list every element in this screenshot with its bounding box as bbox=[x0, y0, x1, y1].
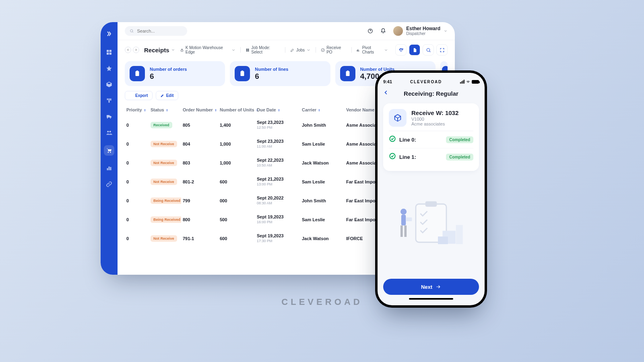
filter-warehouse[interactable]: K Motion Warehouse Edge bbox=[180, 45, 236, 54]
col-due[interactable]: Due Date bbox=[255, 104, 300, 115]
avatar bbox=[393, 26, 403, 36]
nav-shipping-icon[interactable] bbox=[105, 113, 113, 120]
grid-icon bbox=[246, 48, 250, 52]
svg-rect-17 bbox=[136, 71, 139, 76]
svg-rect-14 bbox=[248, 50, 249, 51]
next-button[interactable]: Next bbox=[383, 279, 479, 295]
svg-rect-20 bbox=[242, 71, 244, 72]
signal-icon bbox=[460, 80, 464, 84]
clipboard-icon bbox=[235, 66, 250, 81]
edit-button[interactable]: Edit bbox=[156, 91, 178, 100]
col-carrier[interactable]: Carrier bbox=[300, 104, 345, 115]
box-icon bbox=[389, 109, 407, 127]
svg-rect-33 bbox=[400, 225, 403, 237]
nav-users-icon[interactable] bbox=[105, 129, 113, 136]
svg-point-8 bbox=[130, 30, 133, 32]
receipt-card: Receive W: 1032 V1000 Acme associates Li… bbox=[383, 103, 479, 171]
user-menu[interactable]: Esther Howard Dispatcher bbox=[393, 26, 448, 36]
col-order[interactable]: Order Number bbox=[181, 104, 218, 115]
svg-rect-35 bbox=[406, 217, 412, 221]
toolbar: Receipts K Motion Warehouse Edge Job Mod… bbox=[118, 40, 455, 60]
svg-rect-27 bbox=[425, 201, 437, 206]
svg-rect-0 bbox=[107, 50, 109, 52]
topbar: Esther Howard Dispatcher bbox=[118, 22, 455, 40]
receipt-line[interactable]: Line 1:Completed bbox=[389, 148, 473, 165]
svg-rect-11 bbox=[246, 49, 248, 50]
search-input[interactable] bbox=[136, 28, 182, 34]
document-button[interactable] bbox=[409, 44, 420, 56]
stat-orders: Number of orders6 bbox=[125, 61, 225, 86]
svg-rect-1 bbox=[109, 50, 111, 52]
svg-rect-19 bbox=[241, 71, 244, 76]
nav-favorites-icon[interactable] bbox=[105, 65, 113, 72]
download-icon bbox=[129, 94, 133, 98]
svg-rect-30 bbox=[456, 225, 463, 244]
check-circle-icon bbox=[321, 48, 325, 52]
svg-rect-22 bbox=[347, 71, 349, 72]
svg-point-15 bbox=[321, 48, 324, 51]
clipboard-icon bbox=[130, 66, 145, 81]
filter-jobmode[interactable]: Job Mode: Select bbox=[246, 45, 280, 54]
search-icon bbox=[130, 29, 134, 33]
svg-rect-10 bbox=[181, 50, 183, 51]
receipt-line[interactable]: Line 0:Completed bbox=[389, 131, 473, 148]
nav-reports-icon[interactable] bbox=[105, 165, 113, 172]
nav-back-button[interactable] bbox=[125, 47, 131, 53]
clipboard-icon bbox=[340, 66, 355, 81]
brand-watermark: CLEVEROAD bbox=[0, 297, 644, 307]
signal-indicators bbox=[460, 80, 479, 84]
user-name: Esther Howard bbox=[406, 26, 440, 31]
battery-icon bbox=[472, 80, 479, 84]
filter-jobs[interactable]: Jobs bbox=[290, 48, 311, 52]
stat-lines: Number of lines6 bbox=[230, 61, 330, 86]
phone-device: 9:41 CLEVEROAD Receiving: Regular Receiv… bbox=[375, 70, 487, 308]
receipt-title: Receive W: 1032 bbox=[411, 109, 458, 116]
nav-link-icon[interactable] bbox=[105, 181, 113, 188]
search-input-wrap[interactable] bbox=[125, 26, 187, 36]
svg-point-6 bbox=[108, 152, 109, 153]
page-title-dropdown[interactable]: Receipts bbox=[144, 47, 175, 53]
svg-rect-29 bbox=[438, 237, 448, 244]
svg-point-7 bbox=[110, 152, 111, 153]
svg-point-31 bbox=[400, 208, 407, 214]
nav-receiving-icon[interactable] bbox=[104, 145, 114, 156]
bell-icon[interactable] bbox=[380, 28, 386, 34]
refresh-button[interactable] bbox=[395, 44, 407, 56]
svg-rect-3 bbox=[109, 53, 111, 55]
filter-pivot[interactable]: Pivot Charts bbox=[356, 45, 388, 54]
svg-point-4 bbox=[107, 131, 109, 132]
illustration bbox=[383, 171, 479, 279]
col-priority[interactable]: Priority bbox=[125, 104, 149, 115]
nav-org-icon[interactable] bbox=[105, 97, 113, 104]
phone-time: 9:41 bbox=[383, 79, 392, 84]
svg-point-5 bbox=[109, 131, 111, 132]
svg-rect-21 bbox=[346, 71, 349, 76]
search-button[interactable] bbox=[423, 44, 434, 56]
chevron-down-icon bbox=[444, 29, 448, 33]
svg-point-16 bbox=[427, 48, 430, 51]
expand-sidebar-icon[interactable] bbox=[105, 30, 113, 37]
phone-statusbar: 9:41 CLEVEROAD bbox=[383, 79, 479, 84]
wifi-icon bbox=[466, 80, 471, 84]
col-status[interactable]: Status bbox=[149, 104, 181, 115]
svg-rect-13 bbox=[246, 50, 248, 51]
nav-dashboard-icon[interactable] bbox=[105, 49, 113, 56]
pencil-icon bbox=[160, 94, 164, 98]
nav-forward-button[interactable] bbox=[133, 47, 139, 53]
arrow-right-icon bbox=[436, 284, 441, 290]
svg-rect-34 bbox=[405, 225, 407, 237]
help-icon[interactable] bbox=[367, 28, 373, 34]
page-title: Receipts bbox=[144, 47, 169, 53]
receipt-vendor: Acme associates bbox=[411, 121, 458, 126]
col-units[interactable]: Number of Units bbox=[218, 104, 255, 115]
chevron-down-icon bbox=[171, 48, 175, 52]
export-button[interactable]: Export bbox=[125, 91, 153, 100]
svg-rect-12 bbox=[248, 49, 249, 50]
chart-icon bbox=[356, 48, 360, 52]
filter-receivepo[interactable]: Receive PO bbox=[321, 45, 347, 54]
check-circle-icon bbox=[389, 152, 396, 161]
svg-rect-2 bbox=[107, 53, 109, 55]
fullscreen-button[interactable] bbox=[436, 44, 448, 56]
receipt-vcode: V1000 bbox=[411, 117, 458, 121]
nav-inventory-icon[interactable] bbox=[105, 81, 113, 88]
